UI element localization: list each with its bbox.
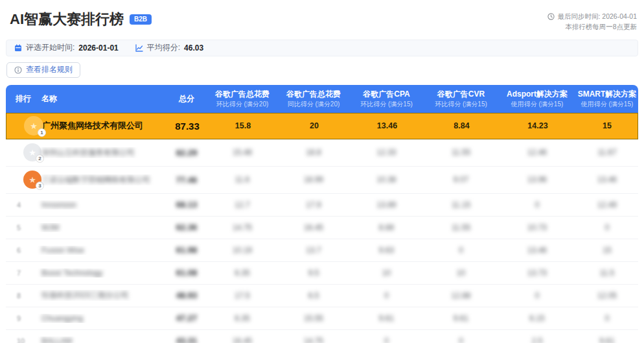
metric-value: 8.84 bbox=[454, 121, 469, 130]
metric-value-cell-5: 12.49 bbox=[576, 200, 638, 209]
total-score-cell: 43.31 bbox=[167, 336, 207, 343]
metric-value-cell-4: 14.23 bbox=[499, 121, 577, 130]
company-name-cell: WJM bbox=[35, 223, 167, 232]
metric-value-cell-1: 15.55 bbox=[278, 314, 349, 323]
table-row-rank-4[interactable]: 4Innovision68.1312.717.913.8911.15012.49 bbox=[6, 194, 638, 217]
table-row-rank-8[interactable]: 8恒泰科技2023三期分公司48.9317.56.5012.88012.05 bbox=[6, 285, 638, 307]
company-name: WJM bbox=[41, 223, 59, 232]
sync-time-text: 最后同步时间: 2026-04-01 bbox=[557, 11, 637, 21]
company-name: 深圳山立科技服务有限公司 bbox=[41, 148, 135, 157]
company-name-cell: 恒泰科技2023三期分公司 bbox=[35, 290, 167, 301]
company-name-cell: 广州聚焦网络技术有限公司 bbox=[36, 120, 167, 132]
metric-value-cell-3: 8.84 bbox=[424, 121, 499, 130]
metric-value: 14.23 bbox=[527, 121, 547, 130]
metric-value: 13.46 bbox=[527, 246, 547, 255]
table-row-rank-2[interactable]: ★2深圳山立科技服务有限公司82.2915.4818.812.3311.5512… bbox=[6, 139, 638, 167]
table-row-rank-9[interactable]: 9Chuangying47.276.3515.559.619.616.150 bbox=[6, 307, 638, 330]
metric-value-cell-4: 13.46 bbox=[498, 246, 576, 255]
column-header-2: 总分 bbox=[167, 93, 207, 104]
metric-value-cell-3: 9.07 bbox=[424, 175, 498, 184]
metric-value: 10.19 bbox=[233, 246, 252, 255]
metric-value: 20 bbox=[310, 121, 319, 130]
company-name: Chuangying bbox=[41, 314, 83, 323]
column-header-4: 谷歌广告总花费同比得分 (满分20) bbox=[278, 89, 349, 109]
metric-value-cell-1: 13.7 bbox=[278, 246, 349, 255]
metric-value-cell-3: 11.15 bbox=[424, 200, 498, 209]
rank-cell: ★1 bbox=[6, 116, 36, 136]
metric-value: 6.5 bbox=[308, 291, 319, 300]
metric-value: 9.61 bbox=[599, 337, 614, 343]
total-score: 82.29 bbox=[176, 148, 198, 158]
column-header-8: SMART解决方案使用得分 (满分15) bbox=[576, 89, 638, 109]
metric-value: 13.7 bbox=[306, 246, 321, 255]
table-row-rank-6[interactable]: 6Fusion Wise61.9810.1913.79.63013.4615 bbox=[6, 239, 638, 262]
column-label: 谷歌广告CVR bbox=[437, 89, 485, 99]
metric-value: 0 bbox=[384, 291, 389, 300]
metric-value-cell-3: 9.61 bbox=[424, 314, 498, 323]
metric-value: 15.55 bbox=[304, 314, 323, 323]
rank-cell: 5 bbox=[6, 224, 35, 231]
metric-value: 0 bbox=[605, 223, 610, 232]
table-row-rank-3[interactable]: ★3三诺云端数字营销网络有限公司77.4611.618.9910.389.071… bbox=[6, 167, 638, 194]
medal-rank-number: 1 bbox=[38, 128, 46, 137]
company-name-cell: BALLAM bbox=[35, 337, 167, 343]
metric-value: 10 bbox=[382, 268, 391, 278]
metric-value-cell-4: 13.73 bbox=[498, 268, 576, 278]
metric-value-cell-4: 6.15 bbox=[498, 314, 576, 323]
total-score-cell: 62.36 bbox=[167, 222, 207, 232]
view-rules-button[interactable]: 查看排名规则 bbox=[6, 62, 80, 78]
total-score: 47.27 bbox=[176, 313, 198, 323]
metric-value: 16.45 bbox=[304, 223, 323, 232]
sync-info: 最后同步时间: 2026-04-01 本排行榜每周一8点更新 bbox=[547, 10, 638, 32]
total-score-cell: 48.93 bbox=[167, 290, 207, 300]
metric-value-cell-0: 10.19 bbox=[207, 246, 278, 255]
company-name: BALLAM bbox=[41, 337, 72, 343]
avg-score-item: 平均得分: 46.03 bbox=[135, 42, 203, 53]
metric-value-cell-1: 20 bbox=[279, 121, 350, 130]
metric-value: 0 bbox=[459, 246, 463, 255]
page-title: AI智赢大赛排行榜 bbox=[10, 10, 124, 29]
bronze-medal-icon: ★3 bbox=[23, 171, 41, 189]
silver-medal-icon: ★2 bbox=[23, 143, 41, 161]
total-score: 68.13 bbox=[176, 200, 198, 209]
column-header-6: 谷歌广告CVR环比得分 (满分15) bbox=[424, 89, 498, 109]
metric-value-cell-0: 6.35 bbox=[207, 314, 278, 323]
metric-value-cell-1: 6.5 bbox=[278, 291, 349, 300]
leaderboard-page: AI智赢大赛排行榜 B2B 最后同步时间: 2026-04-01 本排行榜每周一… bbox=[0, 0, 644, 343]
rank-cell: 9 bbox=[6, 314, 35, 322]
column-header-3: 谷歌广告总花费环比得分 (满分20) bbox=[207, 89, 278, 109]
metric-value-cell-1: 16.45 bbox=[278, 223, 349, 232]
column-label: 排行 bbox=[16, 94, 31, 103]
table-row-rank-1[interactable]: ★1广州聚焦网络技术有限公司87.3315.82013.468.8414.231… bbox=[6, 113, 638, 139]
column-header-0: 排行 bbox=[6, 93, 35, 104]
metric-value: 14.75 bbox=[304, 337, 323, 343]
total-score-cell: 61.98 bbox=[167, 245, 207, 255]
column-label: 名称 bbox=[41, 94, 57, 103]
metric-value-cell-5: 11.67 bbox=[576, 148, 638, 157]
column-header-5: 谷歌广告CPA环比得分 (满分15) bbox=[349, 89, 424, 109]
metric-value-cell-1: 18.8 bbox=[278, 148, 349, 157]
metric-value-cell-2: 8.88 bbox=[349, 223, 424, 232]
metric-value-cell-5: 15 bbox=[577, 121, 638, 130]
metric-value-cell-2: 13.46 bbox=[350, 121, 424, 130]
table-row-rank-5[interactable]: 5WJM62.3614.7516.458.8811.5510.730 bbox=[6, 217, 638, 239]
total-score-cell: 82.29 bbox=[167, 148, 207, 158]
total-score: 87.33 bbox=[175, 121, 200, 132]
metric-value-cell-5: 15 bbox=[576, 246, 638, 255]
metric-value: 0 bbox=[535, 200, 540, 209]
start-time-item: 评选开始时间: 2026-01-01 bbox=[14, 42, 119, 53]
metric-value: 10.38 bbox=[376, 175, 396, 184]
rank-cell: 6 bbox=[6, 246, 35, 254]
trend-chart-icon bbox=[135, 44, 143, 52]
rank-cell: ★2 bbox=[6, 143, 35, 161]
table-row-rank-7[interactable]: 7Boost Technology61.086.359.5101013.7311… bbox=[6, 262, 638, 285]
metric-value-cell-2: 10.38 bbox=[349, 175, 424, 184]
metric-value-cell-5: 0 bbox=[576, 314, 638, 323]
metric-value-cell-0: 12.7 bbox=[207, 200, 278, 209]
metric-value: 17.5 bbox=[235, 291, 249, 300]
total-score-cell: 61.08 bbox=[167, 268, 207, 278]
medal-glyph: ★ bbox=[29, 176, 36, 184]
total-score: 43.31 bbox=[176, 336, 198, 343]
table-row-rank-10[interactable]: 10BALLAM43.3116.4514.75002.59.61 bbox=[6, 330, 638, 343]
company-name: Boost Technology bbox=[41, 268, 103, 278]
